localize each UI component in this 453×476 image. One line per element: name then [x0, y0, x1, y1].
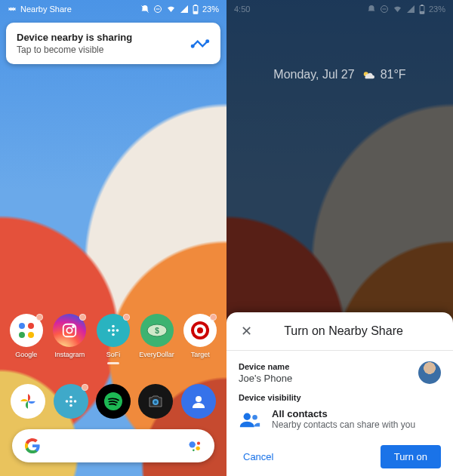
app-label: Google [15, 351, 37, 358]
dnd-icon [367, 5, 376, 14]
svg-point-46 [252, 414, 257, 419]
svg-point-30 [69, 400, 72, 403]
svg-point-36 [197, 442, 200, 445]
nearby-share-icon [8, 5, 17, 14]
sofi-icon [97, 314, 130, 347]
svg-point-13 [67, 327, 72, 333]
app-instagram[interactable]: Instagram [49, 314, 90, 358]
svg-rect-42 [421, 5, 423, 5]
svg-point-7 [206, 40, 208, 42]
do-not-disturb-icon [380, 5, 389, 14]
notification-title: Device nearby is sharing [17, 32, 132, 43]
at-a-glance-widget[interactable]: Monday, Jul 27 81°F [226, 68, 453, 81]
svg-point-17 [116, 329, 119, 332]
google-search-bar[interactable] [12, 429, 214, 462]
app-label: EveryDollar [139, 351, 174, 358]
svg-point-15 [112, 325, 115, 328]
svg-point-29 [69, 404, 72, 407]
visibility-section-label: Device visibility [239, 393, 441, 402]
svg-point-33 [154, 401, 157, 404]
svg-point-38 [193, 450, 195, 452]
svg-point-19 [112, 329, 115, 332]
svg-point-26 [69, 396, 72, 399]
svg-point-45 [244, 413, 251, 419]
instagram-icon [53, 314, 86, 347]
assistant-icon[interactable] [187, 438, 202, 453]
weather-icon [361, 68, 374, 81]
everydollar-icon: $ [140, 314, 174, 347]
notification-subtitle: Tap to become visible [17, 45, 132, 55]
device-name-label: Device name [239, 362, 292, 371]
svg-point-8 [19, 323, 25, 329]
svg-point-9 [28, 323, 34, 329]
device-name-value: Joe's Phone [239, 373, 292, 384]
svg-point-35 [190, 441, 196, 447]
close-icon[interactable]: ✕ [239, 323, 254, 339]
dock-app-2[interactable] [54, 384, 88, 419]
signal-icon [406, 5, 415, 14]
svg-rect-4 [195, 5, 196, 5]
nearby-share-icon [190, 34, 210, 54]
svg-point-16 [108, 329, 111, 332]
dock-app-photos[interactable] [11, 384, 45, 419]
visibility-subtext: Nearby contacts can share with you [272, 419, 415, 430]
svg-point-11 [28, 332, 34, 338]
svg-point-34 [196, 396, 202, 402]
device-name-row[interactable]: Device name Joe's Phone [239, 358, 441, 393]
app-target[interactable]: Target [180, 314, 220, 358]
phone-left-homescreen: Nearby Share 23% Device nearby is sharin… [0, 0, 226, 476]
contacts-icon [239, 410, 261, 428]
battery-icon [419, 5, 425, 14]
temp-text: 81°F [381, 68, 406, 81]
svg-point-37 [196, 447, 200, 450]
app-sofi[interactable]: SoFi [93, 314, 134, 358]
account-avatar[interactable] [418, 361, 441, 384]
dock [0, 384, 226, 419]
battery-icon [193, 5, 199, 14]
svg-point-6 [192, 45, 194, 47]
svg-rect-43 [421, 11, 424, 13]
visibility-value: All contacts [272, 408, 415, 419]
svg-text:$: $ [155, 327, 159, 335]
app-drawer-handle[interactable] [107, 362, 119, 364]
svg-point-18 [112, 333, 115, 336]
status-bar: Nearby Share 23% [0, 0, 226, 18]
sheet-title: Turn on Nearby Share [264, 324, 423, 338]
visibility-row[interactable]: All contacts Nearby contacts can share w… [239, 404, 441, 441]
battery-pct: 23% [202, 5, 219, 14]
nearby-share-notification[interactable]: Device nearby is sharing Tap to become v… [6, 23, 220, 64]
svg-point-10 [19, 332, 25, 338]
phone-right-sheet: 4:50 23% Monday, Jul 27 81°F [226, 0, 453, 476]
status-bar: 4:50 23% [226, 0, 453, 18]
svg-point-25 [197, 327, 203, 333]
status-time: 4:50 [234, 5, 250, 14]
cancel-button[interactable]: Cancel [239, 445, 278, 468]
svg-point-27 [65, 400, 68, 403]
svg-point-28 [73, 400, 76, 403]
do-not-disturb-icon [153, 5, 162, 14]
app-label: SoFi [106, 351, 121, 358]
app-google-folder[interactable]: Google [6, 314, 47, 358]
app-label: Instagram [54, 351, 85, 358]
dock-app-contacts[interactable] [181, 384, 216, 419]
google-folder-icon [10, 314, 43, 347]
svg-point-14 [72, 326, 74, 327]
date-text: Monday, Jul 27 [273, 68, 354, 81]
app-row: Google Instagram SoFi $ EveryDollar [0, 314, 226, 358]
dnd-icon [140, 5, 149, 14]
dock-app-camera[interactable] [138, 384, 173, 419]
wifi-icon [166, 5, 176, 14]
app-label: Target [191, 351, 210, 358]
dock-app-spotify[interactable] [96, 384, 131, 419]
nearby-share-bottom-sheet: ✕ Turn on Nearby Share Device name Joe's… [226, 312, 453, 476]
battery-pct: 23% [429, 5, 445, 14]
wifi-icon [393, 5, 402, 14]
turn-on-button[interactable]: Turn on [381, 445, 441, 468]
status-app-label: Nearby Share [20, 5, 72, 14]
google-g-icon [24, 438, 41, 454]
app-everydollar[interactable]: $ EveryDollar [137, 314, 177, 358]
svg-rect-5 [194, 11, 197, 13]
target-icon [183, 314, 217, 347]
signal-icon [180, 5, 189, 14]
